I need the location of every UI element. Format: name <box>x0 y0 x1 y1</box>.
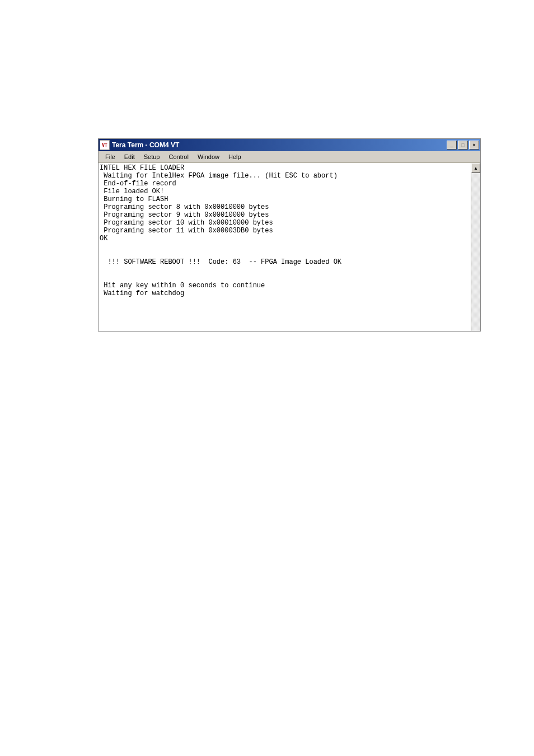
maximize-button[interactable]: □ <box>458 141 468 150</box>
terminal-window: VT Tera Term - COM4 VT _ □ × File Edit S… <box>98 138 481 332</box>
menu-setup[interactable]: Setup <box>139 152 165 161</box>
menu-help[interactable]: Help <box>224 152 246 161</box>
titlebar[interactable]: VT Tera Term - COM4 VT _ □ × <box>99 139 480 151</box>
scroll-up-button[interactable]: ▲ <box>471 163 480 173</box>
menu-edit[interactable]: Edit <box>120 152 139 161</box>
menu-window[interactable]: Window <box>193 152 224 161</box>
close-button[interactable]: × <box>469 141 479 150</box>
terminal-output[interactable]: INTEL HEX FILE LOADER Waiting for IntelH… <box>99 163 471 331</box>
menu-file[interactable]: File <box>101 152 120 161</box>
menu-control[interactable]: Control <box>164 152 193 161</box>
window-controls: _ □ × <box>447 141 479 150</box>
app-icon: VT <box>100 140 110 150</box>
vertical-scrollbar[interactable]: ▲ <box>471 163 480 331</box>
minimize-button[interactable]: _ <box>447 141 457 150</box>
window-title: Tera Term - COM4 VT <box>112 141 447 149</box>
terminal-wrapper: INTEL HEX FILE LOADER Waiting for IntelH… <box>99 163 480 331</box>
scroll-track[interactable] <box>471 173 480 331</box>
menubar: File Edit Setup Control Window Help <box>99 151 480 163</box>
